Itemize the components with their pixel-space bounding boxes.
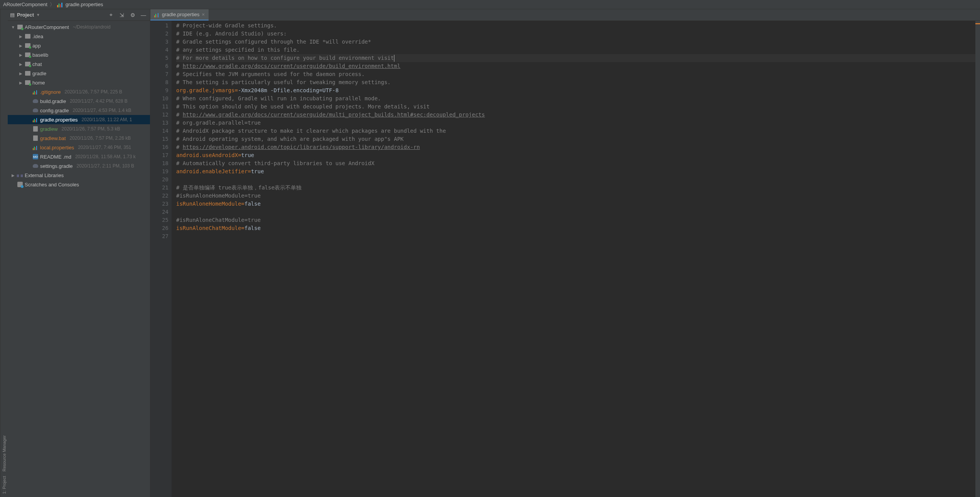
tree-item-build-gradle[interactable]: build.gradle2020/11/27, 4:42 PM, 628 B [8,96,150,106]
tree-item-gradlew-bat[interactable]: gradlew.bat2020/11/26, 7:57 PM, 2.26 kB [8,134,150,143]
tree-item-local-properties[interactable]: local.properties2020/11/27, 7:46 PM, 351 [8,143,150,152]
tree-item-aroutercomponent[interactable]: ▼ARouterComponent~/Desktop/android [8,22,150,32]
properties-file-icon [57,2,62,7]
tree-item--idea[interactable]: ▶.idea [8,32,150,41]
code-line-17[interactable]: android.useAndroidX=true [176,151,975,159]
tree-arrow-icon[interactable]: ▶ [19,34,23,39]
tree-meta: 2020/11/26, 7:57 PM, 2.26 kB [70,135,131,141]
code-editor[interactable]: 1234567891011121314151617181920212223242… [150,21,980,497]
gutter-resource-tab[interactable]: Resource Manager [2,435,7,472]
code-line-9[interactable]: org.gradle.jvmargs=-Xmx2048m -Dfile.enco… [176,86,975,95]
collapse-all-icon[interactable]: ⇲ [118,11,126,19]
code-line-1[interactable]: # Project-wide Gradle settings. [176,22,975,30]
tree-label: gradle [32,71,46,76]
tree-label: baselib [32,52,48,58]
properties-file-icon [154,12,160,17]
code-line-14[interactable]: # AndroidX package structure to make it … [176,127,975,135]
tree-item-config-gradle[interactable]: config.gradle2020/11/27, 4:53 PM, 1.4 kB [8,106,150,115]
code-line-16[interactable]: # https://developer.android.com/topic/li… [176,143,975,151]
project-view-icon: ▤ [10,12,15,18]
code-line-6[interactable]: # http://www.gradle.org/docs/current/use… [176,62,975,70]
code-line-15[interactable]: # Android operating system, and which ar… [176,135,975,143]
code-line-13[interactable]: # org.gradle.parallel=true [176,119,975,127]
gutter-project-tab[interactable]: 1: Project [2,476,7,494]
code-line-26[interactable]: isRunAloneChatModule=false [176,224,975,232]
tree-item-gradle-properties[interactable]: gradle.properties2020/11/28, 11:22 AM, 1 [8,115,150,124]
tree-label: settings.gradle [40,163,73,169]
tree-label: chat [32,61,42,67]
code-line-2[interactable]: # IDE (e.g. Android Studio) users: [176,30,975,38]
dropdown-icon[interactable]: ▼ [36,13,40,17]
code-line-8[interactable]: # The setting is particularly useful for… [176,78,975,86]
code-line-24[interactable] [176,208,975,216]
tree-meta: 2020/11/27, 2:11 PM, 103 B [77,163,134,169]
tree-meta: 2020/11/28, 11:22 AM, 1 [82,117,132,122]
warning-marker-icon[interactable] [975,23,980,24]
tree-meta: ~/Desktop/android [73,24,111,30]
code-line-19[interactable]: android.enableJetifier=true [176,167,975,176]
tree-meta: 2020/11/27, 4:53 PM, 1.4 kB [72,108,131,113]
tree-label: gradlew [40,126,58,132]
code-line-4[interactable]: # any settings specified in this file. [176,46,975,54]
tree-label: Scratches and Consoles [25,182,79,188]
tree-item-app[interactable]: ▶app [8,41,150,50]
tree-label: External Libraries [25,172,64,178]
line-number-gutter: 1234567891011121314151617181920212223242… [150,21,172,497]
breadcrumb-root[interactable]: ARouterComponent [3,2,47,7]
tree-arrow-icon[interactable]: ▶ [11,173,15,178]
project-tree[interactable]: ▼ARouterComponent~/Desktop/android▶.idea… [8,21,150,497]
tree-meta: 2020/11/27, 7:46 PM, 351 [78,145,131,150]
settings-gear-icon[interactable]: ⚙ [128,11,137,19]
code-line-5[interactable]: # For more details on how to configure y… [176,54,975,62]
code-line-27[interactable] [176,232,975,240]
tab-close-icon[interactable]: × [202,12,205,17]
tree-label: .gitignore [40,89,61,95]
tree-arrow-icon[interactable]: ▶ [19,62,23,66]
code-line-10[interactable]: # When configured, Gradle will run in in… [176,95,975,103]
tree-item-readme-md[interactable]: MDREADME .md2020/11/28, 11:58 AM, 1.73 k [8,152,150,161]
tree-arrow-icon[interactable]: ▶ [19,81,23,85]
tree-item-baselib[interactable]: ▶baselib [8,50,150,59]
tree-item--gitignore[interactable]: .gitignore2020/11/26, 7:57 PM, 225 B [8,87,150,96]
tree-label: ARouterComponent [25,24,69,30]
editor-tabs: gradle.properties × [150,9,980,21]
project-sidebar: ▤ Project ▼ ⌖ ⇲ ⚙ — ▼ARouterComponent~/D… [8,9,150,497]
hide-icon[interactable]: — [139,11,148,19]
code-line-18[interactable]: # Automatically convert third-party libr… [176,159,975,167]
locate-icon[interactable]: ⌖ [107,11,115,19]
code-line-7[interactable]: # Specifies the JVM arguments used for t… [176,70,975,78]
code-line-22[interactable]: #isRunAloneHomeModule=true [176,192,975,200]
tree-item-settings-gradle[interactable]: settings.gradle2020/11/27, 2:11 PM, 103 … [8,161,150,171]
breadcrumb-separator-icon: 〉 [50,1,55,8]
code-line-3[interactable]: # Gradle settings configured through the… [176,38,975,46]
tree-arrow-icon[interactable]: ▶ [19,53,23,57]
code-line-25[interactable]: #isRunAloneChatModule=true [176,216,975,224]
tree-item-scratches-and-consoles[interactable]: Scratches and Consoles [8,180,150,189]
tab-gradle-properties[interactable]: gradle.properties × [150,9,209,20]
tree-label: home [32,80,45,86]
code-line-20[interactable] [176,176,975,184]
tree-label: README .md [40,154,71,160]
editor-area: gradle.properties × 12345678910111213141… [150,9,980,497]
code-line-21[interactable]: # 是否单独编译 true表示单独，false表示不单独 [176,184,975,192]
tree-label: local.properties [40,145,74,150]
project-title[interactable]: Project [17,12,34,18]
code-line-11[interactable]: # This option should only be used with d… [176,103,975,111]
tree-label: app [32,43,41,49]
tree-arrow-icon[interactable]: ▶ [19,71,23,76]
tree-item-gradle[interactable]: ▶gradle [8,69,150,78]
tree-arrow-icon[interactable]: ▼ [11,25,15,29]
tree-arrow-icon[interactable]: ▶ [19,44,23,48]
tree-meta: 2020/11/27, 4:42 PM, 628 B [70,98,127,104]
code-line-12[interactable]: # http://www.gradle.org/docs/current/use… [176,111,975,119]
tree-item-gradlew[interactable]: gradlew2020/11/26, 7:57 PM, 5.3 kB [8,124,150,134]
tree-item-external-libraries[interactable]: ▶External Libraries [8,171,150,180]
left-tool-gutter: 1: Project Resource Manager [0,9,8,497]
breadcrumb-file[interactable]: gradle.properties [66,2,103,7]
tree-label: .idea [32,34,43,39]
code-line-23[interactable]: isRunAloneHomeModule=false [176,200,975,208]
tree-item-chat[interactable]: ▶chat [8,59,150,69]
tree-item-home[interactable]: ▶home [8,78,150,87]
code-content[interactable]: # Project-wide Gradle settings.# IDE (e.… [172,21,975,497]
project-tool-header: ▤ Project ▼ ⌖ ⇲ ⚙ — [8,9,150,21]
